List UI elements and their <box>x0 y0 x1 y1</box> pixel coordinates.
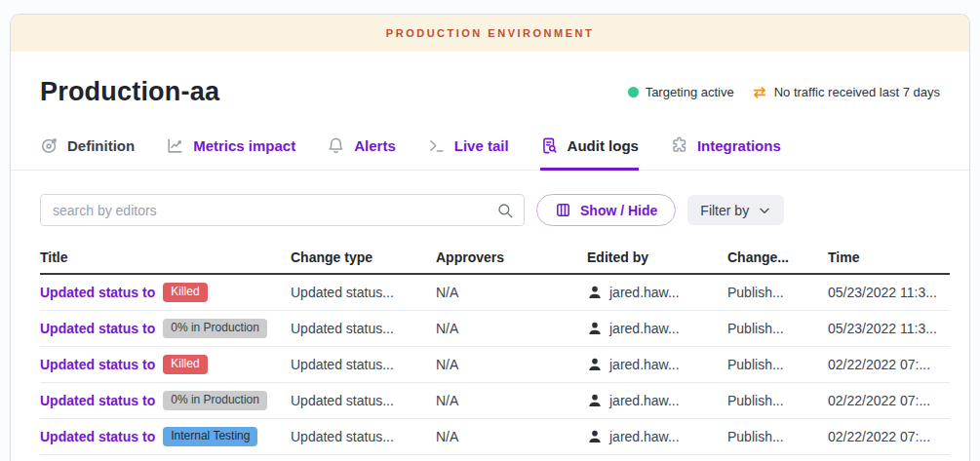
search-box[interactable] <box>40 194 525 226</box>
approvers-cell: N/A <box>436 285 587 300</box>
audit-title-link[interactable]: Updated status to <box>40 393 155 408</box>
header: Production-aa Targeting active No traffi… <box>11 52 969 107</box>
chevron-down-icon <box>758 204 771 217</box>
audit-title-link[interactable]: Updated status to <box>40 285 155 300</box>
editor-name: jared.haw... <box>609 285 680 300</box>
change-type-cell: Updated status... <box>291 429 436 444</box>
status-group: Targeting active No traffic received las… <box>628 85 940 100</box>
audit-title-link[interactable]: Updated status to <box>40 429 155 444</box>
title-cell: Updated status to Killed <box>40 355 291 374</box>
approvers-cell: N/A <box>436 357 587 372</box>
title-cell: Updated status to Internal Testing <box>40 427 291 446</box>
person-icon <box>587 429 603 444</box>
banner-label: PRODUCTION ENVIRONMENT <box>386 27 594 39</box>
table-row[interactable]: Updated status to Internal Testing Updat… <box>40 419 950 455</box>
tab-audit-logs[interactable]: Audit logs <box>540 136 639 171</box>
search-input[interactable] <box>41 195 524 225</box>
change-type-cell: Updated status... <box>291 357 436 372</box>
puzzle-icon <box>670 136 688 155</box>
filter-by-label: Filter by <box>700 203 749 218</box>
production-environment-banner: PRODUCTION ENVIRONMENT <box>11 15 969 52</box>
change-type-cell: Updated status... <box>291 321 436 336</box>
column-header-edited-by: Edited by <box>587 250 727 265</box>
audit-title-link[interactable]: Updated status to <box>40 321 155 336</box>
column-header-change-type: Change type <box>291 250 436 265</box>
editor-name: jared.haw... <box>609 321 680 336</box>
change-cell: Publish... <box>727 393 828 408</box>
tab-metrics-impact[interactable]: Metrics impact <box>166 136 295 171</box>
time-cell: 02/22/2022 07:... <box>828 357 950 372</box>
table-body: Updated status to Killed Updated status.… <box>40 275 950 455</box>
status-badge: 0% in Production <box>163 319 267 338</box>
tab-integrations[interactable]: Integrations <box>670 136 781 171</box>
change-cell: Publish... <box>727 321 828 336</box>
show-hide-button[interactable]: Show / Hide <box>536 194 676 226</box>
table-row[interactable]: Updated status to 0% in Production Updat… <box>40 311 950 347</box>
tab-label: Integrations <box>697 137 781 154</box>
approvers-cell: N/A <box>436 393 587 408</box>
title-cell: Updated status to 0% in Production <box>40 319 291 338</box>
time-cell: 02/22/2022 07:... <box>828 393 950 408</box>
column-header-title: Title <box>40 250 291 265</box>
time-cell: 02/22/2022 07:... <box>828 429 950 444</box>
table-header-row: Title Change type Approvers Edited by Ch… <box>40 242 950 275</box>
status-badge: Killed <box>163 283 207 302</box>
person-icon <box>587 285 603 300</box>
edited-by-cell: jared.haw... <box>587 393 727 408</box>
column-header-time: Time <box>828 250 950 265</box>
change-cell: Publish... <box>727 429 828 444</box>
title-cell: Updated status to Killed <box>40 283 291 302</box>
audit-log-table: Title Change type Approvers Edited by Ch… <box>11 242 969 455</box>
tab-bar: Definition Metrics impact Alerts Live ta… <box>11 136 969 171</box>
time-cell: 05/23/2022 11:3... <box>828 321 950 336</box>
person-icon <box>587 357 603 372</box>
tab-label: Definition <box>67 137 135 154</box>
tab-definition[interactable]: Definition <box>40 136 135 171</box>
green-status-dot-icon <box>628 87 639 97</box>
change-type-cell: Updated status... <box>291 285 436 300</box>
column-header-approvers: Approvers <box>436 250 587 265</box>
change-cell: Publish... <box>727 285 828 300</box>
traffic-status-label: No traffic received last 7 days <box>774 85 940 99</box>
terminal-icon <box>427 136 446 155</box>
edited-by-cell: jared.haw... <box>587 321 727 336</box>
change-type-cell: Updated status... <box>291 393 436 408</box>
page-title: Production-aa <box>40 77 219 107</box>
edited-by-cell: jared.haw... <box>587 429 727 444</box>
target-icon <box>40 136 59 155</box>
line-chart-icon <box>166 136 184 155</box>
editor-name: jared.haw... <box>609 429 680 444</box>
show-hide-label: Show / Hide <box>580 203 657 218</box>
environment-card: PRODUCTION ENVIRONMENT Production-aa Tar… <box>10 14 970 461</box>
approvers-cell: N/A <box>436 429 587 444</box>
status-badge: 0% in Production <box>163 391 267 410</box>
tab-alerts[interactable]: Alerts <box>327 136 396 171</box>
traffic-status: No traffic received last 7 days <box>752 85 940 100</box>
filter-by-button[interactable]: Filter by <box>687 195 784 225</box>
table-row[interactable]: Updated status to 0% in Production Updat… <box>40 383 950 419</box>
approvers-cell: N/A <box>436 321 587 336</box>
table-row[interactable]: Updated status to Killed Updated status.… <box>40 275 950 311</box>
tab-label: Audit logs <box>568 137 639 154</box>
tab-live-tail[interactable]: Live tail <box>427 136 509 171</box>
targeting-status: Targeting active <box>628 85 734 99</box>
targeting-status-label: Targeting active <box>646 85 734 99</box>
change-cell: Publish... <box>727 357 828 372</box>
edited-by-cell: jared.haw... <box>587 357 727 372</box>
editor-name: jared.haw... <box>609 393 680 408</box>
tab-label: Alerts <box>354 137 396 154</box>
title-cell: Updated status to 0% in Production <box>40 391 291 410</box>
person-icon <box>587 393 603 408</box>
status-badge: Killed <box>163 355 207 374</box>
audit-title-link[interactable]: Updated status to <box>40 357 155 372</box>
audit-log-icon <box>540 136 559 155</box>
bell-icon <box>327 136 345 155</box>
toolbar: Show / Hide Filter by <box>11 171 969 226</box>
person-icon <box>587 321 603 336</box>
tab-label: Live tail <box>454 137 509 154</box>
column-header-change: Change... <box>727 250 828 265</box>
table-row[interactable]: Updated status to Killed Updated status.… <box>40 347 950 383</box>
columns-icon <box>555 202 571 218</box>
status-badge: Internal Testing <box>163 427 257 446</box>
editor-name: jared.haw... <box>609 357 680 372</box>
